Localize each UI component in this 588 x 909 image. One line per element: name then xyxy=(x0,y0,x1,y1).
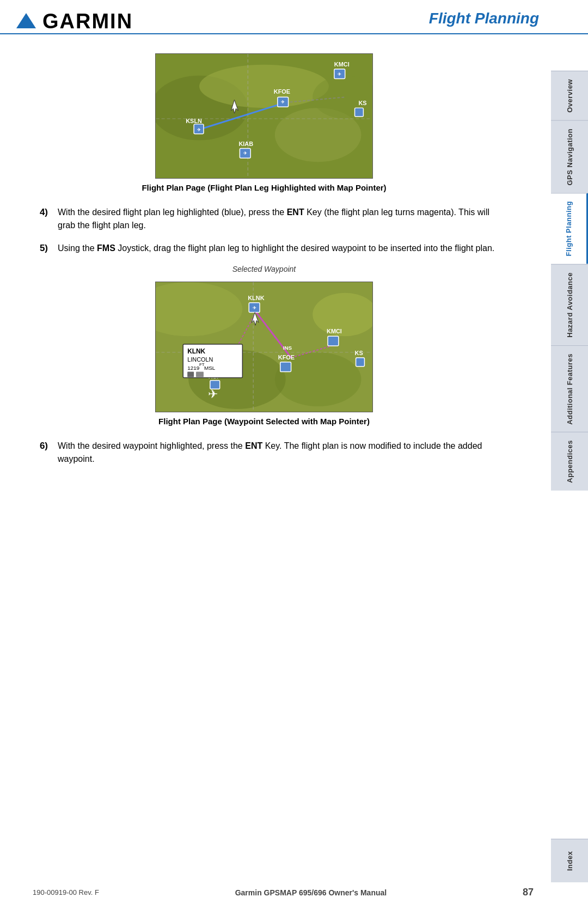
svg-text:KLNK: KLNK xyxy=(187,347,205,355)
svg-text:KSLN: KSLN xyxy=(186,118,202,124)
footer-doc-id: 190-00919-00 Rev. F xyxy=(33,888,99,896)
step-6-number: 6) xyxy=(33,441,48,452)
svg-text:✈: ✈ xyxy=(208,387,218,401)
step-5-number: 5) xyxy=(33,243,48,254)
page-footer: 190-00919-00 Rev. F Garmin GPSMAP 695/69… xyxy=(0,887,588,898)
svg-text:INS: INS xyxy=(283,345,292,351)
svg-rect-54 xyxy=(187,372,194,377)
map2-container: ✈ KLNK INS KMCI KFOE KS KSI ✈ xyxy=(33,282,495,434)
waypoint-label: Selected Waypoint xyxy=(33,265,495,273)
svg-text:✈: ✈ xyxy=(281,100,285,105)
page-title: Flight Planning xyxy=(429,10,539,30)
svg-text:✈: ✈ xyxy=(253,306,256,310)
map1-caption: Flight Plan Page (Flight Plan Leg Highli… xyxy=(142,183,386,192)
svg-text:KS: KS xyxy=(358,100,366,106)
step-4: 4) With the desired flight plan leg high… xyxy=(33,206,495,232)
map1-image: ✈ KSLN ✈ KFOE ✈ KMCI KS ✈ KIAB xyxy=(155,53,373,179)
svg-text:KLNK: KLNK xyxy=(248,295,264,301)
sidebar-item-overview[interactable]: Overview xyxy=(551,71,588,120)
sidebar-item-appendices[interactable]: Appendices xyxy=(551,432,588,491)
main-content: ✈ KSLN ✈ KFOE ✈ KMCI KS ✈ KIAB xyxy=(0,34,550,486)
sidebar-item-additional-features[interactable]: Additional Features xyxy=(551,345,588,432)
svg-text:✈: ✈ xyxy=(338,72,341,77)
step-6-text: With the desired waypoint highlighted, p… xyxy=(58,440,495,466)
page-header: GARMIN Flight Planning xyxy=(0,0,588,34)
svg-rect-18 xyxy=(355,108,364,117)
map2-caption: Flight Plan Page (Waypoint Selected with… xyxy=(158,417,370,426)
step-6: 6) With the desired waypoint highlighted… xyxy=(33,440,495,466)
svg-rect-43 xyxy=(356,358,365,367)
svg-text:KFOE: KFOE xyxy=(274,88,290,95)
svg-text:KS: KS xyxy=(355,350,363,356)
map2-image: ✈ KLNK INS KMCI KFOE KS KSI ✈ xyxy=(155,282,373,412)
footer-page-number: 87 xyxy=(523,887,534,898)
svg-rect-55 xyxy=(196,372,204,377)
garmin-logo: GARMIN xyxy=(16,10,133,33)
footer-title: Garmin GPSMAP 695/696 Owner's Manual xyxy=(235,888,387,897)
sidebar-item-gps-navigation[interactable]: GPS Navigation xyxy=(551,120,588,193)
svg-text:LINCOLN: LINCOLN xyxy=(187,356,213,363)
sidebar-item-flight-planning[interactable]: Flight Planning xyxy=(551,193,588,264)
svg-text:✈: ✈ xyxy=(197,127,201,132)
garmin-triangle-icon xyxy=(16,13,36,28)
svg-text:KMCI: KMCI xyxy=(327,328,342,334)
sidebar: Overview GPS Navigation Flight Planning … xyxy=(551,0,588,882)
svg-rect-39 xyxy=(328,336,339,346)
map1-container: ✈ KSLN ✈ KFOE ✈ KMCI KS ✈ KIAB xyxy=(33,53,495,200)
svg-text:MSL: MSL xyxy=(204,365,216,371)
svg-text:KFOE: KFOE xyxy=(278,354,295,361)
svg-rect-41 xyxy=(280,362,291,372)
svg-text:KIAB: KIAB xyxy=(238,141,253,147)
sidebar-item-hazard-avoidance[interactable]: Hazard Avoidance xyxy=(551,264,588,345)
svg-text:KMCI: KMCI xyxy=(334,61,350,68)
sidebar-item-index[interactable]: Index xyxy=(551,839,588,882)
step-5: 5) Using the FMS Joystick, drag the flig… xyxy=(33,242,495,255)
garmin-wordmark: GARMIN xyxy=(42,10,133,33)
svg-text:✈: ✈ xyxy=(243,151,247,156)
step-5-text: Using the FMS Joystick, drag the flight … xyxy=(58,242,495,255)
step-4-number: 4) xyxy=(33,207,48,218)
svg-text:1219: 1219 xyxy=(187,365,200,371)
svg-point-3 xyxy=(199,65,329,108)
step-4-text: With the desired flight plan leg highlig… xyxy=(58,206,495,232)
